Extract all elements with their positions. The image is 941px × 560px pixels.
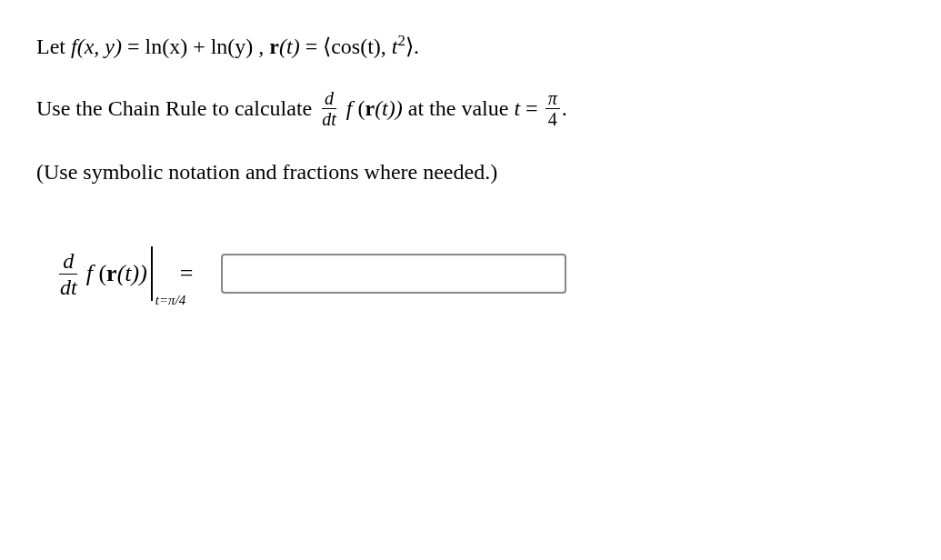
f-lhs: f(x, y) bbox=[71, 35, 122, 58]
pi-den: 4 bbox=[546, 109, 560, 128]
line-3: (Use symbolic notation and fractions whe… bbox=[36, 153, 905, 192]
answer-deriv-den: dt bbox=[56, 275, 81, 298]
equals-2: = bbox=[305, 35, 324, 58]
eval-sub: t=π/4 bbox=[155, 293, 185, 308]
f-of-r-r: r bbox=[365, 96, 375, 120]
line2-prefix: Use the Chain Rule to calculate bbox=[36, 96, 317, 120]
f-of-r-t: (t)) bbox=[375, 96, 403, 120]
langle: ⟨ bbox=[323, 35, 331, 58]
answer-r-rest: (t)) bbox=[117, 260, 147, 286]
equals-1: = bbox=[127, 35, 145, 58]
problem-statement: Let f(x, y) = ln(x) + ln(y) , r(t) = ⟨co… bbox=[36, 27, 905, 192]
line2-mid: at the value bbox=[408, 96, 515, 120]
deriv-den: dt bbox=[319, 109, 339, 128]
deriv-fraction: d dt bbox=[319, 89, 339, 128]
pi-fraction: π 4 bbox=[546, 89, 560, 128]
r-vector: r bbox=[269, 35, 279, 58]
answer-f: f bbox=[86, 260, 93, 286]
f-of-r-open: ( bbox=[352, 96, 365, 120]
line-2: Use the Chain Rule to calculate d dt f (… bbox=[36, 89, 905, 130]
equals-3: = bbox=[526, 96, 544, 120]
equals-sign: = bbox=[180, 260, 194, 287]
period-1: . bbox=[414, 35, 419, 58]
answer-input[interactable] bbox=[221, 254, 566, 294]
line-1: Let f(x, y) = ln(x) + ln(y) , r(t) = ⟨co… bbox=[36, 27, 905, 66]
deriv-num: d bbox=[322, 89, 336, 109]
answer-label: d dt f (r(t)) t=π/4 bbox=[55, 246, 153, 301]
answer-deriv-num: d bbox=[59, 250, 77, 275]
eval-bar: t=π/4 bbox=[151, 246, 153, 301]
answer-row: d dt f (r(t)) t=π/4 = bbox=[36, 246, 905, 301]
answer-deriv-fraction: d dt bbox=[56, 250, 81, 298]
t-var: t bbox=[514, 96, 520, 120]
pi-num: π bbox=[546, 89, 560, 109]
r-comp2-base: t bbox=[392, 35, 398, 58]
comma-1: , bbox=[258, 35, 269, 58]
answer-r-open: ( bbox=[93, 260, 106, 286]
answer-r-bold: r bbox=[106, 260, 117, 286]
f-rhs: ln(x) + ln(y) bbox=[145, 35, 254, 58]
r-comp2-exp: 2 bbox=[398, 32, 405, 49]
let-text: Let bbox=[36, 35, 71, 58]
r-arg: (t) bbox=[279, 35, 300, 58]
r-comma: , bbox=[381, 35, 392, 58]
period-2: . bbox=[562, 96, 567, 120]
r-comp1: cos(t) bbox=[331, 35, 381, 58]
rangle: ⟩ bbox=[405, 35, 414, 58]
